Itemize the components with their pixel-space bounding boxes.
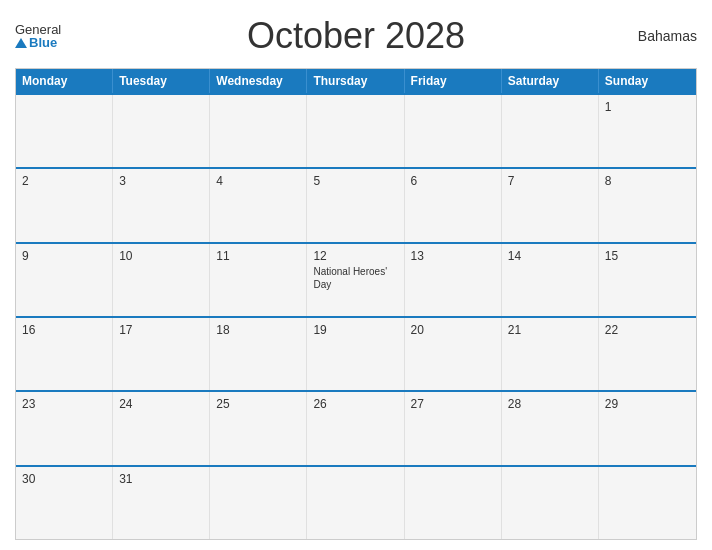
header-monday: Monday	[16, 69, 113, 93]
calendar-cell-3-4: 20	[405, 318, 502, 390]
calendar-body: 123456789101112National Heroes' Day13141…	[16, 93, 696, 539]
calendar-cell-2-5: 14	[502, 244, 599, 316]
calendar-row-1: 2345678	[16, 167, 696, 241]
day-number: 1	[605, 100, 690, 114]
calendar-cell-0-0	[16, 95, 113, 167]
calendar-cell-3-6: 22	[599, 318, 696, 390]
day-number: 15	[605, 249, 690, 263]
calendar-cell-0-6: 1	[599, 95, 696, 167]
day-number: 28	[508, 397, 592, 411]
calendar-cell-4-3: 26	[307, 392, 404, 464]
calendar-row-5: 3031	[16, 465, 696, 539]
calendar-row-2: 9101112National Heroes' Day131415	[16, 242, 696, 316]
day-number: 7	[508, 174, 592, 188]
day-number: 27	[411, 397, 495, 411]
calendar-cell-0-5	[502, 95, 599, 167]
calendar-cell-1-6: 8	[599, 169, 696, 241]
month-title: October 2028	[247, 15, 465, 57]
calendar-cell-0-2	[210, 95, 307, 167]
calendar-cell-1-3: 5	[307, 169, 404, 241]
day-number: 13	[411, 249, 495, 263]
day-number: 29	[605, 397, 690, 411]
calendar-cell-3-3: 19	[307, 318, 404, 390]
calendar-cell-2-4: 13	[405, 244, 502, 316]
calendar-cell-1-1: 3	[113, 169, 210, 241]
calendar-cell-2-3: 12National Heroes' Day	[307, 244, 404, 316]
day-number: 20	[411, 323, 495, 337]
day-number: 17	[119, 323, 203, 337]
day-number: 9	[22, 249, 106, 263]
logo: General Blue	[15, 23, 61, 49]
calendar-cell-1-2: 4	[210, 169, 307, 241]
day-number: 24	[119, 397, 203, 411]
day-number: 2	[22, 174, 106, 188]
calendar-cell-4-5: 28	[502, 392, 599, 464]
calendar-cell-1-0: 2	[16, 169, 113, 241]
calendar-cell-5-2	[210, 467, 307, 539]
day-number: 11	[216, 249, 300, 263]
calendar-cell-0-1	[113, 95, 210, 167]
day-number: 30	[22, 472, 106, 486]
calendar-cell-2-1: 10	[113, 244, 210, 316]
header-tuesday: Tuesday	[113, 69, 210, 93]
day-number: 22	[605, 323, 690, 337]
day-number: 18	[216, 323, 300, 337]
calendar-page: General Blue October 2028 Bahamas Monday…	[0, 0, 712, 550]
calendar-cell-5-5	[502, 467, 599, 539]
calendar-cell-3-1: 17	[113, 318, 210, 390]
header-friday: Friday	[405, 69, 502, 93]
day-number: 19	[313, 323, 397, 337]
calendar-cell-1-4: 6	[405, 169, 502, 241]
day-number: 16	[22, 323, 106, 337]
logo-triangle-icon	[15, 38, 27, 48]
event-label: National Heroes' Day	[313, 265, 397, 291]
calendar-cell-3-0: 16	[16, 318, 113, 390]
day-number: 6	[411, 174, 495, 188]
calendar-cell-2-6: 15	[599, 244, 696, 316]
day-number: 23	[22, 397, 106, 411]
day-number: 3	[119, 174, 203, 188]
calendar-cell-4-2: 25	[210, 392, 307, 464]
header-sunday: Sunday	[599, 69, 696, 93]
day-number: 25	[216, 397, 300, 411]
calendar-cell-2-2: 11	[210, 244, 307, 316]
day-number: 4	[216, 174, 300, 188]
calendar-header: Monday Tuesday Wednesday Thursday Friday…	[16, 69, 696, 93]
calendar-cell-5-1: 31	[113, 467, 210, 539]
calendar-cell-0-4	[405, 95, 502, 167]
calendar-cell-5-4	[405, 467, 502, 539]
calendar-cell-5-3	[307, 467, 404, 539]
day-number: 10	[119, 249, 203, 263]
calendar-cell-2-0: 9	[16, 244, 113, 316]
day-number: 21	[508, 323, 592, 337]
country-label: Bahamas	[638, 28, 697, 44]
calendar-cell-4-6: 29	[599, 392, 696, 464]
header-thursday: Thursday	[307, 69, 404, 93]
calendar-grid: Monday Tuesday Wednesday Thursday Friday…	[15, 68, 697, 540]
calendar-cell-5-6	[599, 467, 696, 539]
day-number: 14	[508, 249, 592, 263]
calendar-row-3: 16171819202122	[16, 316, 696, 390]
logo-blue-text: Blue	[15, 36, 57, 49]
calendar-cell-5-0: 30	[16, 467, 113, 539]
day-number: 31	[119, 472, 203, 486]
calendar-row-0: 1	[16, 93, 696, 167]
day-number: 8	[605, 174, 690, 188]
day-number: 5	[313, 174, 397, 188]
calendar-cell-4-1: 24	[113, 392, 210, 464]
day-number: 12	[313, 249, 397, 263]
calendar-cell-3-2: 18	[210, 318, 307, 390]
calendar-cell-3-5: 21	[502, 318, 599, 390]
day-number: 26	[313, 397, 397, 411]
header-wednesday: Wednesday	[210, 69, 307, 93]
calendar-cell-4-0: 23	[16, 392, 113, 464]
calendar-cell-4-4: 27	[405, 392, 502, 464]
header-saturday: Saturday	[502, 69, 599, 93]
calendar-cell-0-3	[307, 95, 404, 167]
calendar-row-4: 23242526272829	[16, 390, 696, 464]
calendar-cell-1-5: 7	[502, 169, 599, 241]
page-header: General Blue October 2028 Bahamas	[15, 10, 697, 62]
